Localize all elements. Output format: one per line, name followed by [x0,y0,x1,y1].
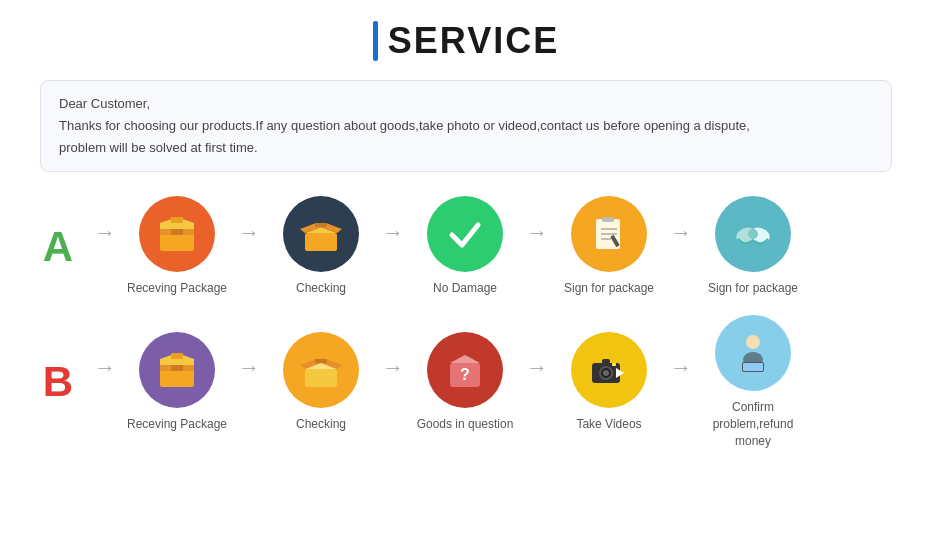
arrow-a1: → [238,220,260,246]
step-b1-label: Receving Package [127,416,227,433]
step-b2: Checking [266,332,376,433]
step-a4: Sign for package [554,196,664,297]
arrow-b1: → [238,355,260,381]
svg-rect-9 [315,223,327,227]
svg-rect-36 [602,359,610,364]
arrow-a4: → [670,220,692,246]
notice-line1: Dear Customer, [59,93,873,115]
arrow-b0: → [94,355,116,381]
step-a1-icon [139,196,215,272]
step-a2-icon [283,196,359,272]
svg-text:?: ? [460,366,470,383]
row-a-flow: A → Receving Package → [40,196,892,297]
notice-line3: problem will be solved at first time. [59,137,873,159]
step-b1-icon [139,332,215,408]
svg-rect-4 [171,217,183,223]
step-a5: Sign for package [698,196,808,297]
svg-rect-2 [171,229,183,235]
step-b5: Confirm problem,refund money [698,315,808,449]
step-b3-icon: ? [427,332,503,408]
title-accent-bar [373,21,378,61]
row-b-label: B [40,358,76,406]
row-a-section: A → Receving Package → [40,196,892,297]
arrow-a0: → [94,220,116,246]
svg-rect-28 [315,359,327,363]
svg-rect-21 [171,365,183,371]
step-a5-icon [715,196,791,272]
notice-box: Dear Customer, Thanks for choosing our p… [40,80,892,172]
step-b1: Receving Package [122,332,232,433]
arrow-b4: → [670,355,692,381]
step-a3: No Damage [410,196,520,297]
svg-rect-24 [305,369,337,387]
step-a4-icon [571,196,647,272]
svg-rect-42 [743,363,763,371]
step-b4-label: Take Videos [576,416,641,433]
step-a3-icon [427,196,503,272]
step-b5-label: Confirm problem,refund money [698,399,808,449]
svg-point-18 [748,229,758,239]
page-header: SERVICE [40,20,892,62]
arrow-a2: → [382,220,404,246]
step-b2-icon [283,332,359,408]
step-a3-label: No Damage [433,280,497,297]
svg-point-35 [603,370,609,376]
page-title: SERVICE [388,20,559,62]
step-b3-label: Goods in question [417,416,514,433]
step-b3: ? Goods in question [410,332,520,433]
arrow-b3: → [526,355,548,381]
step-b5-icon [715,315,791,391]
step-b4-icon [571,332,647,408]
step-b2-label: Checking [296,416,346,433]
arrow-b2: → [382,355,404,381]
svg-rect-23 [171,353,183,359]
svg-rect-11 [602,217,614,222]
notice-line2: Thanks for choosing our products.If any … [59,115,873,137]
step-a2-label: Checking [296,280,346,297]
step-a5-label: Sign for package [708,280,798,297]
row-a-label: A [40,223,76,271]
step-a2: Checking [266,196,376,297]
row-b-section: B → Receving Package → [40,315,892,449]
step-b4: Take Videos [554,332,664,433]
step-a4-label: Sign for package [564,280,654,297]
arrow-a3: → [526,220,548,246]
svg-point-39 [746,335,760,349]
step-a1-label: Receving Package [127,280,227,297]
svg-rect-37 [612,363,616,366]
svg-marker-30 [450,355,480,363]
svg-rect-5 [305,233,337,251]
step-a1: Receving Package [122,196,232,297]
row-b-flow: B → Receving Package → [40,315,892,449]
